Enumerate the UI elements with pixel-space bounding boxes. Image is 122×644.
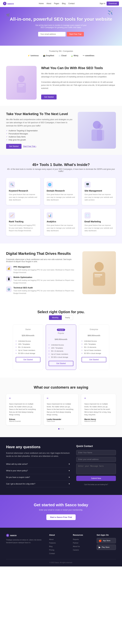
faq-question-2[interactable]: Do you have a coupon code? ▼: [6, 474, 70, 480]
toggle-yearly[interactable]: Yearly: [62, 315, 73, 320]
contact-submit-button[interactable]: Submit Now: [76, 476, 116, 481]
testimonial-dots: [6, 428, 116, 430]
faq-question-1[interactable]: What is your return policy? ▼: [6, 468, 70, 474]
appstore-button[interactable]: 🍎 App Store: [97, 538, 116, 543]
hero-form: Start Free Trial: [6, 32, 116, 36]
digital-image: [82, 251, 116, 294]
faq-q-text-3: Can I get a discount for a big order?: [6, 483, 35, 485]
signin-button[interactable]: Sign In: [100, 2, 105, 4]
plan-price-1: $49.00/month: [49, 336, 73, 341]
logo[interactable]: S sasco: [3, 2, 14, 5]
footer-link-about-0: About: [49, 538, 68, 540]
faq-question-3[interactable]: Can I get a discount for a big order? ▼: [6, 481, 70, 487]
plan-cta-1[interactable]: Get Started: [49, 361, 73, 366]
footer-bottom: © 2023 Sasco. All rights reserved.: [6, 559, 116, 564]
tool-icon-1: 🌐: [47, 182, 53, 188]
marketing-section: Take Your Marketing To The Next Level We…: [0, 106, 122, 155]
plan-cta-0[interactable]: Get Started: [16, 357, 40, 362]
hero-section: 🌿 ✈️ All-in-one, powerful SEO tools for …: [0, 7, 122, 46]
cta-subtitle: Enter your email to create or restart yo…: [6, 509, 116, 511]
dot-2[interactable]: [62, 428, 64, 430]
feature-icon-0: 💰: [6, 266, 12, 271]
digital-section: Digital Marketing That Drives Results Co…: [0, 244, 122, 302]
testimonial-role-2: Material Scientist: [84, 420, 113, 422]
dot-0[interactable]: [58, 428, 60, 430]
svg-rect-10: [97, 130, 104, 140]
cta-section: Get started with Sasco today Enter your …: [0, 495, 122, 528]
download-button[interactable]: Download: [107, 2, 119, 6]
faq-question-0[interactable]: When will my order arrive? ▼: [6, 461, 70, 467]
faq-title: Have any questions: [6, 445, 70, 449]
marketing-content: Take Your Marketing To The Next Level We…: [6, 112, 73, 149]
logo-luminous: ⚡luminous: [28, 54, 39, 57]
chevron-down-icon-3: ▼: [68, 483, 70, 485]
footer-link-about-2: Blog: [49, 545, 68, 548]
testimonials-title: What our customers are saying: [6, 385, 116, 390]
digital-description: Commodo ullamcorper a feuis vestibulum s…: [6, 258, 78, 263]
play-icon: ▶: [99, 546, 101, 549]
feature-title-1: Mobile Optimization: [13, 276, 78, 278]
nav-contact[interactable]: Contact: [68, 2, 75, 4]
footer-links-about: About Features Blog Pricing Contact: [49, 538, 68, 554]
footer-col-title-1: Resources: [73, 534, 92, 536]
plan-feature-2-0: Unlimited Access: [82, 340, 106, 342]
nav-blog[interactable]: Blog: [62, 2, 65, 4]
copyright-text: © 2023 Sasco. All rights reserved.: [50, 562, 73, 564]
cta-button[interactable]: Start a Sasco Free Trial: [46, 514, 76, 520]
what-section: What You Can Do With Rise SEO Tools We o…: [0, 60, 122, 106]
faq-q-text-2: Do you have a coupon code?: [6, 476, 30, 478]
tool-icon-2: 🖥️: [84, 182, 91, 188]
pricing-section: Select right Option for you. Monthly Yea…: [0, 302, 122, 378]
contact-form: Submit Now Can't find what you are looki…: [76, 450, 116, 486]
tool-card-2: 🖥️ Site Management Give great feature th…: [82, 178, 116, 205]
marketing-actions: Get Started Start Free Trial ›: [6, 144, 73, 149]
testimonial-author-0: Edreas: [9, 418, 38, 420]
tool-desc-3: Track both leading and lagging PPC for y…: [9, 224, 38, 232]
nav-pages[interactable]: Pages: [54, 2, 59, 4]
testimonial-2: " Sasco improved me on multiple levels. …: [81, 394, 116, 425]
tool-name-5: Email Marketing: [84, 220, 113, 223]
footer-link-about-1: Features: [49, 542, 68, 544]
plan-feature-1-0: Unlimited Access: [49, 343, 73, 346]
hero-cta-button[interactable]: Start Free Trial: [67, 32, 84, 36]
plan-feature-1-3: Up to 5 team members: [49, 352, 73, 356]
marketing-image: [78, 112, 116, 149]
pricing-toggle: Monthly Yearly: [6, 315, 116, 320]
contact-email-input[interactable]: [76, 457, 116, 462]
contact-name-input[interactable]: [76, 450, 116, 455]
testimonial-text-1: Sasco impressed me on multiple levels. N…: [47, 403, 75, 416]
faq-item-2: Do you have a coupon code? ▼: [6, 474, 70, 481]
nav-home[interactable]: Home: [39, 2, 44, 4]
plan-cta-2[interactable]: Get Started: [82, 357, 106, 362]
tool-desc-1: Give great feature that can improve your…: [47, 193, 75, 201]
svg-rect-4: [18, 84, 24, 86]
tool-name-4: Analytics: [47, 220, 75, 223]
contact-message-input[interactable]: [76, 464, 116, 474]
toggle-monthly[interactable]: Monthly: [49, 315, 62, 320]
logo-cloud: ☁️Cloud: [59, 54, 66, 57]
feature-text-0: PPC Management Track both leading and la…: [13, 266, 78, 274]
playstore-button[interactable]: ▶ Play Store: [97, 544, 116, 550]
svg-rect-14: [95, 276, 100, 277]
svg-rect-5: [18, 86, 23, 87]
marketing-link-button[interactable]: Start Free Trial ›: [23, 145, 36, 148]
tools-section: 45+ Tools 1 Suite. What's Inside? 45+ of…: [0, 155, 122, 244]
digital-title: Digital Marketing That Drives Results: [6, 251, 78, 256]
dot-1[interactable]: [61, 428, 61, 430]
what-content: What You Can Do With Rise SEO Tools We o…: [41, 66, 116, 100]
cant-find-text: Can't find what you are looking for?: [76, 484, 116, 486]
tool-icon-0: 🔍: [9, 182, 15, 188]
marketing-cta-button[interactable]: Get Started: [6, 144, 21, 149]
footer-col-title-2: Get Apps On: [97, 534, 116, 536]
testimonial-role-1: Uwea Scum: [47, 420, 75, 422]
what-cta-button[interactable]: Get Started: [41, 94, 57, 100]
plan-feature-1-1: 100+ Templates: [49, 346, 73, 350]
plan-feature-0-2: 50+ UI elements: [16, 346, 40, 349]
feature-desc-2: Track both leading and lagging PPC for y…: [13, 290, 78, 294]
footer-logo-text: sasco: [10, 534, 17, 536]
faq-item-0: When will my order arrive? ▼: [6, 461, 70, 468]
hero-email-input[interactable]: [38, 32, 65, 36]
testimonial-text-2: Sasco improved me on multiple levels. No…: [84, 403, 113, 416]
tools-grid: 🔍 Keyword Research Give great feature th…: [6, 178, 116, 236]
nav-about[interactable]: About: [47, 2, 51, 4]
